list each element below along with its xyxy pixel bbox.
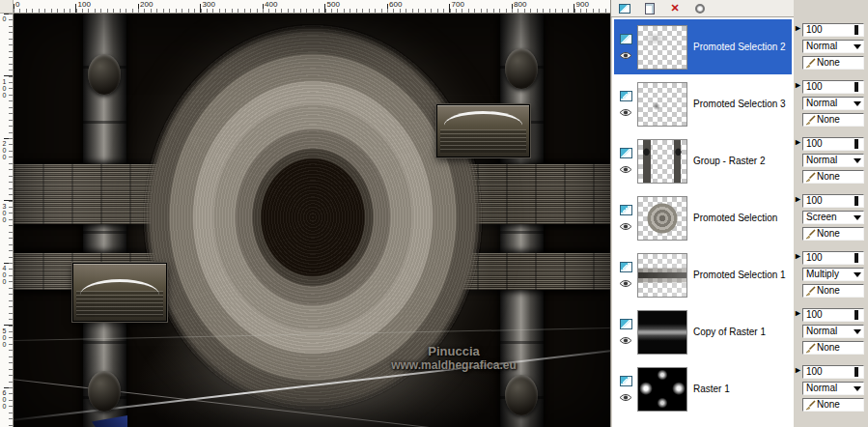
layer-opacity-field[interactable]: 100 <box>802 80 864 94</box>
blend-mode-dropdown[interactable]: Normal <box>802 97 864 110</box>
opacity-slider-handle[interactable] <box>854 253 858 263</box>
link-set-field[interactable]: None <box>802 227 864 241</box>
opacity-value: 100 <box>803 195 823 207</box>
slider-popup-arrow-icon[interactable]: ► <box>794 81 802 90</box>
layers-palette: ✕ Promoted Selection 2Promoted Selection… <box>610 0 794 427</box>
layer-type-icon <box>620 34 632 44</box>
opacity-slider-handle[interactable] <box>854 139 858 149</box>
opacity-slider-handle[interactable] <box>854 196 858 206</box>
slider-popup-arrow-icon[interactable]: ► <box>794 309 802 318</box>
layer-thumbnail[interactable] <box>637 82 687 127</box>
canvas-image[interactable]: Pinuccia www.maldhegrafica.eu <box>14 14 610 427</box>
layer-row[interactable]: Copy of Raster 1 <box>614 304 792 359</box>
ruler-label-h: 200 <box>140 0 153 9</box>
new-layer-icon <box>645 3 655 14</box>
artwork-panel-right <box>436 104 530 157</box>
delete-layer-button[interactable]: ✕ <box>666 2 684 15</box>
visibility-eye-icon[interactable] <box>619 336 632 345</box>
layer-opacity-field[interactable]: 100 <box>802 251 864 265</box>
visibility-eye-icon[interactable] <box>619 279 632 288</box>
blend-mode-dropdown[interactable]: Multiply <box>802 268 864 281</box>
dropdown-arrow-icon <box>854 101 861 106</box>
new-layer-button[interactable] <box>641 2 658 15</box>
visibility-eye-icon[interactable] <box>619 222 632 231</box>
layer-row[interactable]: Promoted Selection 3 <box>614 76 792 131</box>
link-set-field[interactable]: None <box>802 398 864 412</box>
slider-popup-arrow-icon[interactable]: ► <box>794 24 802 33</box>
blend-mode-dropdown[interactable]: Normal <box>802 40 864 53</box>
slider-popup-arrow-icon[interactable]: ► <box>794 366 802 375</box>
layer-thumbnail[interactable] <box>637 196 687 241</box>
slider-popup-arrow-icon[interactable]: ► <box>794 252 802 261</box>
layer-row[interactable]: Promoted Selection 2 <box>614 19 792 74</box>
layer-properties-column: ►100NormalNone►100NormalNone►100NormalNo… <box>794 0 868 427</box>
layer-thumbnail[interactable] <box>637 367 687 412</box>
blend-mode-dropdown[interactable]: Normal <box>802 382 864 395</box>
brush-icon <box>805 115 816 126</box>
link-set-field[interactable]: None <box>802 341 864 355</box>
link-set-field[interactable]: None <box>802 56 864 70</box>
layer-row[interactable]: Promoted Selection <box>614 190 792 245</box>
layer-type-icon <box>620 319 632 329</box>
ruler-label-h: 900 <box>576 0 589 9</box>
layers-palette-button[interactable] <box>616 2 633 15</box>
layer-name: Promoted Selection 3 <box>693 99 786 109</box>
ruler-label-h: 300 <box>203 0 215 9</box>
opacity-slider-handle[interactable] <box>854 310 858 320</box>
brush-icon <box>805 286 816 297</box>
blend-mode-dropdown[interactable]: Normal <box>802 325 864 338</box>
layer-row[interactable]: Group - Raster 2 <box>614 133 792 188</box>
layer-opacity-field[interactable]: 100 <box>802 194 864 208</box>
blend-mode-dropdown[interactable]: Screen <box>802 211 864 224</box>
layer-row[interactable]: Promoted Selection 1 <box>614 247 792 302</box>
layer-opacity-field[interactable]: 100 <box>802 23 864 37</box>
slider-popup-arrow-icon[interactable]: ► <box>794 195 802 204</box>
visibility-eye-icon[interactable] <box>619 393 632 402</box>
dropdown-arrow-icon <box>854 272 861 277</box>
layer-thumbnail[interactable] <box>637 25 687 70</box>
artwork-knob <box>88 371 121 412</box>
layer-list: Promoted Selection 2Promoted Selection 3… <box>612 17 794 427</box>
link-set-field[interactable]: None <box>802 170 864 184</box>
layer-name: Group - Raster 2 <box>693 156 765 166</box>
layer-type-icon <box>620 262 632 272</box>
opacity-value: 100 <box>803 81 823 93</box>
layer-icon-column <box>616 205 635 231</box>
layer-thumbnail[interactable] <box>637 139 687 184</box>
watermark-line2: www.maldhegrafica.eu <box>338 358 570 372</box>
opacity-slider-handle[interactable] <box>854 367 858 377</box>
layer-icon-column <box>616 91 635 117</box>
layer-thumbnail[interactable] <box>637 253 687 298</box>
opacity-value: 100 <box>803 138 823 150</box>
layer-properties-group: ►100NormalNone <box>794 76 868 133</box>
visibility-eye-icon[interactable] <box>619 108 632 117</box>
opacity-slider-handle[interactable] <box>854 25 858 35</box>
opacity-slider-handle[interactable] <box>854 82 858 92</box>
link-set-field[interactable]: None <box>802 113 864 127</box>
artwork-ridges <box>76 291 163 317</box>
blend-mode-dropdown[interactable]: Normal <box>802 154 864 167</box>
ruler-label-h: 400 <box>265 0 277 9</box>
layer-opacity-field[interactable]: 100 <box>802 308 864 322</box>
delete-x-icon: ✕ <box>670 3 679 14</box>
blend-mode-value: Normal <box>803 155 837 166</box>
link-set-field[interactable]: None <box>802 284 864 298</box>
blend-mode-value: Normal <box>803 383 837 394</box>
layer-group-button[interactable] <box>691 2 709 15</box>
layer-icon-column <box>616 34 635 60</box>
layer-row[interactable]: Raster 1 <box>614 361 792 416</box>
opacity-value: 100 <box>803 366 823 378</box>
layer-opacity-field[interactable]: 100 <box>802 137 864 151</box>
visibility-eye-icon[interactable] <box>619 51 632 60</box>
watermark: Pinuccia www.maldhegrafica.eu <box>338 344 570 372</box>
ruler-label-v: 0 <box>1 15 8 22</box>
layer-opacity-field[interactable]: 100 <box>802 365 864 379</box>
brush-icon <box>805 343 816 354</box>
ruler-horizontal: 0100200300400500600700800900 <box>14 0 610 14</box>
visibility-eye-icon[interactable] <box>619 165 632 174</box>
dropdown-arrow-icon <box>854 386 861 391</box>
layer-thumbnail[interactable] <box>637 310 687 355</box>
slider-popup-arrow-icon[interactable]: ► <box>794 138 802 147</box>
artwork-knob <box>505 375 538 415</box>
blend-mode-value: Normal <box>803 41 837 52</box>
